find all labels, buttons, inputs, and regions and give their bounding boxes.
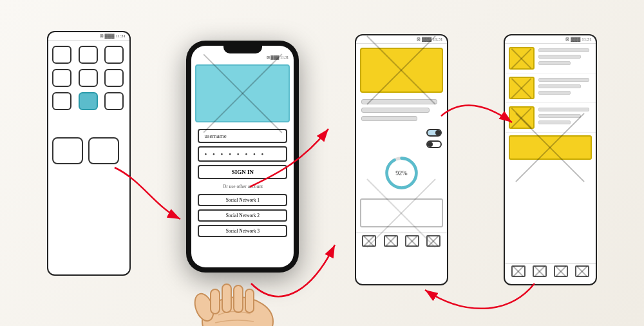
card-line-2c bbox=[538, 91, 571, 95]
progress-area: 92% bbox=[356, 150, 447, 196]
app-icon-8-highlighted[interactable] bbox=[79, 92, 98, 110]
phone-frame: ⊠ ▓▓▓ 11:31 username • • • • • • • • SIG… bbox=[186, 41, 299, 273]
toggle-dot-1 bbox=[435, 130, 440, 135]
nav-icon-4[interactable] bbox=[426, 235, 440, 247]
phone-hero-image bbox=[195, 64, 290, 122]
phone-notch bbox=[223, 46, 262, 53]
svg-rect-3 bbox=[222, 284, 231, 312]
toggle-row-1 bbox=[356, 127, 447, 139]
app-icon-1[interactable] bbox=[52, 46, 71, 64]
phone-screen: ⊠ ▓▓▓ 11:31 username • • • • • • • • SIG… bbox=[191, 46, 294, 267]
arrow-screen3-to-screen4 bbox=[441, 105, 512, 122]
signin-button[interactable]: SIGN IN bbox=[198, 165, 287, 179]
screen4-nav-1[interactable] bbox=[511, 265, 526, 277]
screen4-nav-3[interactable] bbox=[554, 265, 568, 277]
card-line-2a bbox=[538, 78, 589, 82]
screen1-status: ⊠ ▓▓▓ 11:31 bbox=[48, 32, 129, 41]
toggle-row-2 bbox=[356, 139, 447, 150]
progress-circle-svg: 92% bbox=[384, 155, 419, 191]
card-item-3 bbox=[505, 103, 596, 133]
nav-icon-2[interactable] bbox=[384, 235, 398, 247]
scene: ⊠ ▓▓▓ 11:31 ⊠ ▓▓▓ 11:31 bbox=[0, 0, 644, 326]
card-thumb-2 bbox=[509, 77, 535, 99]
svg-rect-2 bbox=[211, 289, 220, 314]
progress-text: 92% bbox=[395, 169, 408, 177]
phone-login-form: username • • • • • • • • SIGN IN Or use … bbox=[191, 126, 294, 240]
content-line-3 bbox=[361, 116, 418, 121]
svg-point-1 bbox=[191, 291, 216, 323]
content-line-2 bbox=[361, 108, 430, 113]
social-btn-2[interactable]: Social Network 2 bbox=[198, 209, 287, 222]
app-icon-3[interactable] bbox=[104, 46, 124, 64]
hero-x-mark bbox=[196, 66, 289, 121]
app-icon-9[interactable] bbox=[104, 92, 124, 110]
app-icon-5[interactable] bbox=[79, 69, 98, 87]
nav-icon-3[interactable] bbox=[405, 235, 419, 247]
toggle-1[interactable] bbox=[426, 129, 442, 137]
app-icon-bottom-left[interactable] bbox=[52, 137, 83, 164]
card-line-3a bbox=[538, 108, 589, 111]
screen4-bottom-nav bbox=[505, 263, 596, 279]
screen4-wireframe: ⊠ ▓▓▓ 11:31 bbox=[504, 34, 597, 285]
screen4-nav-4[interactable] bbox=[575, 265, 589, 277]
or-text: Or use other account bbox=[198, 184, 287, 189]
card-line-1c bbox=[538, 61, 571, 65]
password-input[interactable]: • • • • • • • • bbox=[198, 146, 287, 162]
card-line-1b bbox=[538, 55, 581, 59]
card-thumb-1 bbox=[509, 47, 535, 70]
screen1-wireframe: ⊠ ▓▓▓ 11:31 bbox=[47, 31, 131, 276]
arrow-screen4-back-to-screen3 bbox=[425, 283, 535, 309]
username-input[interactable]: username bbox=[198, 129, 287, 143]
card-item-2 bbox=[505, 73, 596, 103]
placeholder-x-1 bbox=[361, 200, 442, 226]
screen3-x-mark bbox=[361, 49, 442, 91]
screen4-nav-2[interactable] bbox=[533, 265, 547, 277]
screen4-status: ⊠ ▓▓▓ 11:31 bbox=[505, 35, 596, 44]
screen3-bottom-nav bbox=[356, 233, 447, 249]
svg-point-0 bbox=[202, 297, 273, 326]
toggle-2[interactable] bbox=[426, 140, 442, 148]
nav-icon-1[interactable] bbox=[362, 235, 376, 247]
card-line-2b bbox=[538, 84, 581, 88]
phone-container: ⊠ ▓▓▓ 11:31 username • • • • • • • • SIG… bbox=[186, 41, 299, 273]
app-icon-7[interactable] bbox=[52, 92, 71, 110]
svg-rect-4 bbox=[234, 285, 243, 312]
svg-rect-5 bbox=[245, 289, 254, 312]
content-line-1 bbox=[361, 99, 438, 104]
card-line-3b bbox=[538, 114, 581, 118]
app-grid bbox=[48, 41, 129, 115]
toggle-dot-2 bbox=[428, 142, 433, 147]
social-btn-3[interactable]: Social Network 3 bbox=[198, 225, 287, 237]
card-line-3c bbox=[538, 120, 571, 124]
card-line-1a bbox=[538, 48, 589, 52]
card-placeholder-wide bbox=[509, 135, 592, 160]
social-btn-1[interactable]: Social Network 1 bbox=[198, 194, 287, 206]
app-icon-bottom-right[interactable] bbox=[88, 137, 119, 164]
screen3-hero bbox=[360, 48, 443, 93]
app-icon-2[interactable] bbox=[79, 46, 98, 64]
screen4-placeholder bbox=[509, 135, 592, 160]
screen3-placeholder-1 bbox=[360, 198, 443, 227]
screen3-wireframe: ⊠ ▓▓▓ 11:31 92% bbox=[355, 34, 448, 285]
app-icon-6[interactable] bbox=[104, 69, 124, 87]
card-item-1 bbox=[505, 44, 596, 73]
app-icon-4[interactable] bbox=[52, 69, 71, 87]
